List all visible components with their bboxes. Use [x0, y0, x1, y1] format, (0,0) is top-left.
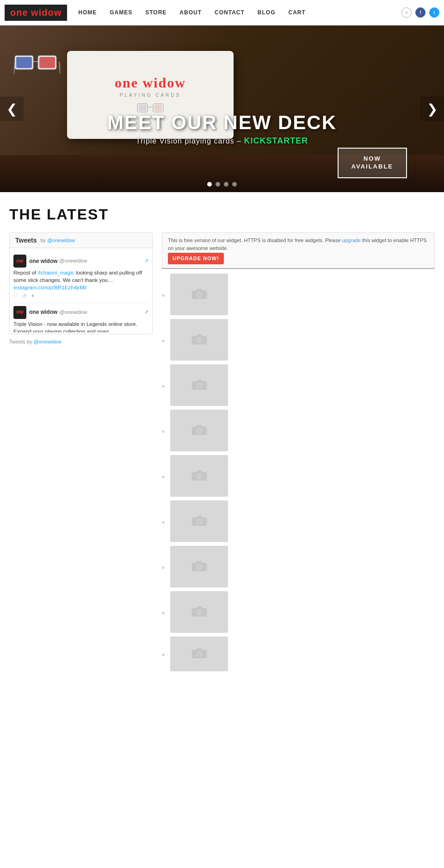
svg-rect-1 [16, 57, 32, 68]
tweet-hashtag-1[interactable]: #chavini_magic [37, 270, 74, 275]
camera-icon-8 [191, 603, 208, 621]
svg-point-22 [197, 384, 201, 387]
insta-bullet-9: • [162, 651, 167, 656]
instagram-column: This is free version of our widget. HTTP… [162, 232, 435, 675]
insta-photo-6[interactable] [170, 500, 228, 542]
hero-dot-1[interactable] [207, 182, 212, 187]
tweet-arrow-2: ↗ [144, 309, 148, 316]
tweet-text-1: Repost of #chavini_magic looking sharp a… [13, 269, 148, 291]
svg-rect-15 [197, 289, 202, 291]
svg-point-30 [197, 475, 201, 478]
tweet-link-1[interactable]: instagram.com/p/BR1Ezh4jrMl/ [13, 285, 87, 290]
svg-rect-31 [197, 470, 202, 473]
social-icons: ○ f t [401, 7, 439, 18]
insta-bullet-8: • [162, 609, 167, 615]
svg-rect-43 [197, 606, 202, 609]
insta-photo-5[interactable] [170, 455, 228, 497]
tweet-arrow-1: ↗ [144, 257, 148, 264]
tweets-handle-link[interactable]: @onewidow [47, 237, 75, 243]
insta-bullet-6: • [162, 518, 167, 524]
insta-photo-7[interactable] [170, 546, 228, 587]
tweet-handle-1: @onewidow [59, 257, 87, 264]
svg-rect-8 [139, 105, 146, 111]
hero-title: MEET OUR NEW DECK [92, 112, 352, 133]
latest-grid: Tweets by @onewidow OW one widow [9, 232, 435, 675]
insta-row-2: • [162, 319, 435, 361]
facebook-icon[interactable]: f [415, 7, 426, 18]
insta-photo-2[interactable] [170, 319, 228, 361]
insta-row-3: • [162, 364, 435, 406]
tweets-footer-link[interactable]: @onewidow [34, 339, 62, 344]
glasses-left-decoration [14, 49, 60, 76]
kickstarter-logo: KICKSTARTER [244, 136, 308, 145]
tweet-avatar-2: OW [13, 306, 26, 319]
insta-row-9: • [162, 637, 435, 671]
nav-blog[interactable]: BLOG [251, 9, 282, 16]
logo-text: one widow [10, 7, 62, 18]
main-nav: HOME GAMES STORE ABOUT CONTACT BLOG CART [72, 9, 401, 16]
hero-next-button[interactable]: ❯ [420, 97, 444, 121]
upgrade-link[interactable]: upgrade [342, 237, 361, 243]
svg-point-14 [197, 293, 201, 296]
insta-bullet-5: • [162, 473, 167, 479]
insta-photo-4[interactable] [170, 410, 228, 451]
hero-dots [207, 182, 237, 187]
hero-subtitle: Triple Vision playing cards – KICKSTARTE… [92, 136, 352, 146]
nav-store[interactable]: STORE [139, 9, 173, 16]
circle-icon[interactable]: ○ [401, 7, 412, 18]
nav-games[interactable]: GAMES [103, 9, 139, 16]
camera-icon-1 [191, 285, 208, 304]
nav-home[interactable]: HOME [72, 9, 103, 16]
tweet-name-2: one widow [29, 308, 57, 316]
camera-icon-7 [191, 557, 208, 576]
tweet-item-1: OW one widow @onewidow ↗ Repost of #chav… [13, 252, 148, 303]
site-logo[interactable]: one widow [5, 5, 67, 21]
section-title-latest: THE LATEST [9, 206, 435, 223]
camera-icon-4 [191, 421, 208, 440]
svg-rect-19 [197, 334, 202, 337]
svg-line-5 [14, 62, 15, 74]
camera-icon-6 [191, 512, 208, 531]
insta-photo-3[interactable] [170, 364, 228, 406]
tweets-column: Tweets by @onewidow OW one widow [9, 232, 153, 675]
tweet-handle-2: @onewidow [59, 309, 87, 316]
instagram-photo-grid: • • • [162, 274, 435, 675]
site-header: one widow HOME GAMES STORE ABOUT CONTACT… [0, 0, 444, 25]
insta-photo-8[interactable] [170, 591, 228, 633]
main-content: THE LATEST Tweets by @onewidow [0, 192, 444, 675]
svg-point-42 [197, 611, 201, 614]
hero-dot-4[interactable] [232, 182, 237, 187]
insta-bullet-7: • [162, 564, 167, 569]
svg-point-18 [197, 338, 201, 342]
hero-dot-2[interactable] [216, 182, 220, 187]
nav-about[interactable]: ABOUT [173, 9, 208, 16]
instagram-divider [162, 268, 435, 269]
upgrade-now-button[interactable]: UPGRADE NOW! [168, 253, 224, 264]
nav-contact[interactable]: CONTACT [208, 9, 251, 16]
camera-icon-5 [191, 467, 208, 485]
tweets-footer-label: Tweets by [9, 339, 34, 344]
twitter-icon[interactable]: t [429, 7, 439, 18]
svg-line-6 [59, 62, 60, 74]
camera-icon-2 [191, 331, 208, 349]
hero-prev-button[interactable]: ❮ [0, 97, 24, 121]
card-box-sub: PLAYING CARDS [120, 93, 181, 98]
svg-point-38 [197, 565, 201, 568]
nav-cart[interactable]: CART [282, 9, 312, 16]
instagram-notice: This is free version of our widget. HTTP… [162, 232, 435, 268]
tweet-name-1: one widow [29, 257, 57, 265]
insta-photo-9[interactable] [170, 637, 228, 671]
tweets-widget: Tweets by @onewidow OW one widow [9, 232, 153, 334]
svg-rect-39 [197, 561, 202, 563]
hero-dot-3[interactable] [224, 182, 228, 187]
tweets-body[interactable]: OW one widow @onewidow ↗ Repost of #chav… [10, 248, 152, 332]
svg-rect-35 [197, 516, 202, 518]
insta-bullet-3: • [162, 382, 167, 388]
insta-bullet-1: • [162, 292, 167, 297]
insta-row-7: • [162, 546, 435, 587]
insta-photo-1[interactable] [170, 274, 228, 315]
hero-cta-button[interactable]: NOW AVAILABLE [338, 148, 407, 178]
tweet-avatar-1: OW [13, 255, 26, 268]
svg-rect-23 [197, 380, 202, 382]
insta-row-1: • [162, 274, 435, 315]
